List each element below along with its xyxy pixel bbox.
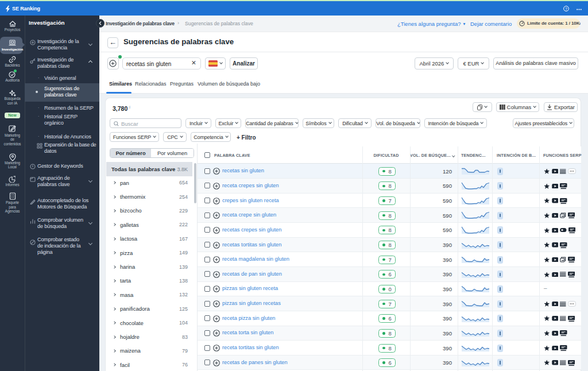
svg-text:?: ? [565, 7, 567, 11]
